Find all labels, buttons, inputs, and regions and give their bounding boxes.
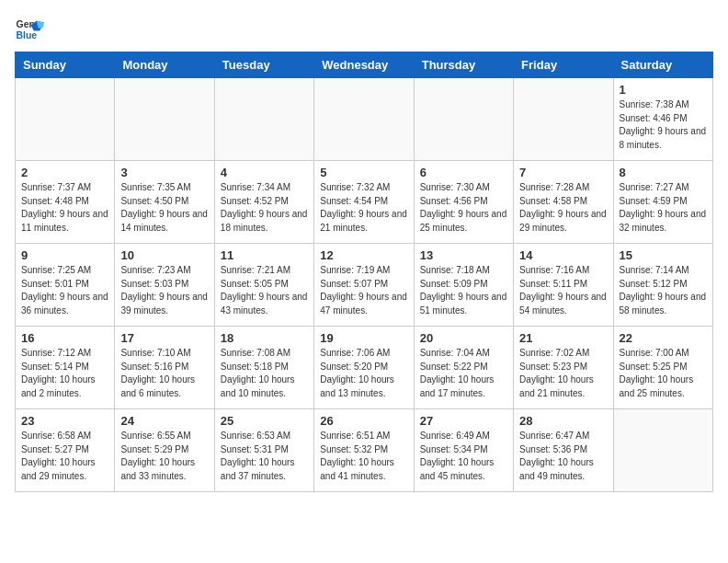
- day-info: Sunrise: 7:08 AM Sunset: 5:18 PM Dayligh…: [221, 347, 308, 400]
- calendar-day-header: Tuesday: [214, 52, 313, 78]
- day-info: Sunrise: 6:53 AM Sunset: 5:31 PM Dayligh…: [221, 430, 308, 483]
- calendar-day-cell: 3Sunrise: 7:35 AM Sunset: 4:50 PM Daylig…: [115, 161, 214, 244]
- day-number: 18: [221, 331, 308, 345]
- day-info: Sunrise: 7:02 AM Sunset: 5:23 PM Dayligh…: [519, 347, 607, 400]
- calendar-day-cell: 9Sunrise: 7:25 AM Sunset: 5:01 PM Daylig…: [16, 244, 115, 327]
- calendar-day-header: Wednesday: [314, 52, 414, 78]
- logo: General Blue: [15, 15, 44, 44]
- day-info: Sunrise: 6:58 AM Sunset: 5:27 PM Dayligh…: [21, 430, 108, 483]
- day-number: 26: [320, 414, 407, 428]
- calendar-day-cell: 25Sunrise: 6:53 AM Sunset: 5:31 PM Dayli…: [214, 409, 313, 492]
- calendar-day-cell: 4Sunrise: 7:34 AM Sunset: 4:52 PM Daylig…: [214, 161, 313, 244]
- day-number: 2: [21, 166, 108, 179]
- day-number: 12: [320, 248, 407, 262]
- calendar-week-row: 23Sunrise: 6:58 AM Sunset: 5:27 PM Dayli…: [16, 409, 713, 492]
- day-number: 16: [21, 331, 108, 345]
- day-info: Sunrise: 7:06 AM Sunset: 5:20 PM Dayligh…: [320, 347, 407, 400]
- calendar-day-cell: [414, 78, 513, 161]
- day-info: Sunrise: 7:04 AM Sunset: 5:22 PM Dayligh…: [420, 347, 507, 400]
- day-info: Sunrise: 7:14 AM Sunset: 5:12 PM Dayligh…: [620, 264, 707, 317]
- day-info: Sunrise: 7:10 AM Sunset: 5:16 PM Dayligh…: [120, 347, 208, 400]
- day-info: Sunrise: 7:25 AM Sunset: 5:01 PM Dayligh…: [21, 264, 108, 317]
- calendar-day-cell: 20Sunrise: 7:04 AM Sunset: 5:22 PM Dayli…: [414, 327, 513, 409]
- day-number: 13: [420, 248, 507, 262]
- day-number: 27: [420, 414, 507, 428]
- day-info: Sunrise: 7:23 AM Sunset: 5:03 PM Dayligh…: [120, 264, 208, 317]
- calendar-day-cell: 23Sunrise: 6:58 AM Sunset: 5:27 PM Dayli…: [16, 409, 115, 492]
- day-info: Sunrise: 6:51 AM Sunset: 5:32 PM Dayligh…: [320, 430, 407, 483]
- calendar-week-row: 16Sunrise: 7:12 AM Sunset: 5:14 PM Dayli…: [16, 327, 713, 409]
- day-number: 23: [21, 414, 108, 428]
- calendar-week-row: 1Sunrise: 7:38 AM Sunset: 4:46 PM Daylig…: [16, 78, 713, 161]
- day-info: Sunrise: 6:55 AM Sunset: 5:29 PM Dayligh…: [120, 430, 208, 483]
- day-number: 4: [221, 166, 308, 179]
- calendar-day-cell: [514, 78, 613, 161]
- calendar-day-cell: 28Sunrise: 6:47 AM Sunset: 5:36 PM Dayli…: [514, 409, 613, 492]
- day-info: Sunrise: 7:21 AM Sunset: 5:05 PM Dayligh…: [221, 264, 308, 317]
- calendar-day-cell: [115, 78, 214, 161]
- calendar-day-cell: 6Sunrise: 7:30 AM Sunset: 4:56 PM Daylig…: [414, 161, 513, 244]
- calendar-day-header: Saturday: [613, 52, 712, 78]
- day-number: 28: [519, 414, 607, 428]
- calendar-day-cell: [214, 78, 313, 161]
- calendar-day-cell: 27Sunrise: 6:49 AM Sunset: 5:34 PM Dayli…: [414, 409, 513, 492]
- day-number: 22: [620, 331, 707, 345]
- day-number: 1: [620, 83, 707, 97]
- calendar-day-cell: 16Sunrise: 7:12 AM Sunset: 5:14 PM Dayli…: [16, 327, 115, 409]
- calendar-day-cell: 5Sunrise: 7:32 AM Sunset: 4:54 PM Daylig…: [314, 161, 414, 244]
- day-number: 5: [320, 166, 407, 179]
- day-number: 15: [620, 248, 707, 262]
- day-number: 3: [120, 166, 208, 179]
- day-info: Sunrise: 7:18 AM Sunset: 5:09 PM Dayligh…: [420, 264, 507, 317]
- header: General Blue: [15, 15, 713, 44]
- calendar-day-cell: 7Sunrise: 7:28 AM Sunset: 4:58 PM Daylig…: [514, 161, 613, 244]
- calendar-day-cell: [613, 409, 712, 492]
- day-number: 17: [120, 331, 208, 345]
- day-number: 9: [21, 248, 108, 262]
- calendar-day-cell: 15Sunrise: 7:14 AM Sunset: 5:12 PM Dayli…: [613, 244, 712, 327]
- day-info: Sunrise: 7:00 AM Sunset: 5:25 PM Dayligh…: [620, 347, 707, 400]
- calendar-day-cell: 2Sunrise: 7:37 AM Sunset: 4:48 PM Daylig…: [16, 161, 115, 244]
- calendar-day-cell: 12Sunrise: 7:19 AM Sunset: 5:07 PM Dayli…: [314, 244, 414, 327]
- svg-text:Blue: Blue: [17, 30, 38, 40]
- day-number: 14: [519, 248, 607, 262]
- day-info: Sunrise: 7:37 AM Sunset: 4:48 PM Dayligh…: [21, 181, 108, 235]
- calendar: SundayMondayTuesdayWednesdayThursdayFrid…: [15, 52, 713, 492]
- calendar-day-cell: 10Sunrise: 7:23 AM Sunset: 5:03 PM Dayli…: [115, 244, 214, 327]
- calendar-header-row: SundayMondayTuesdayWednesdayThursdayFrid…: [16, 52, 713, 78]
- day-number: 20: [420, 331, 507, 345]
- calendar-day-header: Thursday: [414, 52, 513, 78]
- day-info: Sunrise: 7:32 AM Sunset: 4:54 PM Dayligh…: [320, 181, 407, 235]
- calendar-day-cell: 1Sunrise: 7:38 AM Sunset: 4:46 PM Daylig…: [613, 78, 712, 161]
- calendar-day-cell: 17Sunrise: 7:10 AM Sunset: 5:16 PM Dayli…: [115, 327, 214, 409]
- calendar-day-cell: [314, 78, 414, 161]
- calendar-day-cell: 11Sunrise: 7:21 AM Sunset: 5:05 PM Dayli…: [214, 244, 313, 327]
- day-info: Sunrise: 7:38 AM Sunset: 4:46 PM Dayligh…: [620, 98, 707, 152]
- day-info: Sunrise: 7:12 AM Sunset: 5:14 PM Dayligh…: [21, 347, 108, 400]
- day-number: 10: [120, 248, 208, 262]
- calendar-day-cell: 13Sunrise: 7:18 AM Sunset: 5:09 PM Dayli…: [414, 244, 513, 327]
- day-info: Sunrise: 7:27 AM Sunset: 4:59 PM Dayligh…: [620, 181, 707, 235]
- day-number: 21: [519, 331, 607, 345]
- calendar-day-cell: 19Sunrise: 7:06 AM Sunset: 5:20 PM Dayli…: [314, 327, 414, 409]
- calendar-day-header: Friday: [514, 52, 613, 78]
- day-number: 19: [320, 331, 407, 345]
- day-info: Sunrise: 6:47 AM Sunset: 5:36 PM Dayligh…: [519, 430, 607, 483]
- day-info: Sunrise: 7:35 AM Sunset: 4:50 PM Dayligh…: [120, 181, 208, 235]
- calendar-day-cell: 18Sunrise: 7:08 AM Sunset: 5:18 PM Dayli…: [214, 327, 313, 409]
- day-info: Sunrise: 7:28 AM Sunset: 4:58 PM Dayligh…: [519, 181, 607, 235]
- calendar-day-header: Sunday: [16, 52, 115, 78]
- day-info: Sunrise: 7:19 AM Sunset: 5:07 PM Dayligh…: [320, 264, 407, 317]
- day-info: Sunrise: 7:16 AM Sunset: 5:11 PM Dayligh…: [519, 264, 607, 317]
- day-number: 8: [620, 166, 707, 179]
- calendar-day-header: Monday: [115, 52, 214, 78]
- calendar-week-row: 2Sunrise: 7:37 AM Sunset: 4:48 PM Daylig…: [16, 161, 713, 244]
- day-info: Sunrise: 6:49 AM Sunset: 5:34 PM Dayligh…: [420, 430, 507, 483]
- logo-icon: General Blue: [15, 15, 44, 44]
- calendar-day-cell: [16, 78, 115, 161]
- day-number: 6: [420, 166, 507, 179]
- calendar-day-cell: 22Sunrise: 7:00 AM Sunset: 5:25 PM Dayli…: [613, 327, 712, 409]
- calendar-day-cell: 24Sunrise: 6:55 AM Sunset: 5:29 PM Dayli…: [115, 409, 214, 492]
- calendar-day-cell: 26Sunrise: 6:51 AM Sunset: 5:32 PM Dayli…: [314, 409, 414, 492]
- day-info: Sunrise: 7:30 AM Sunset: 4:56 PM Dayligh…: [420, 181, 507, 235]
